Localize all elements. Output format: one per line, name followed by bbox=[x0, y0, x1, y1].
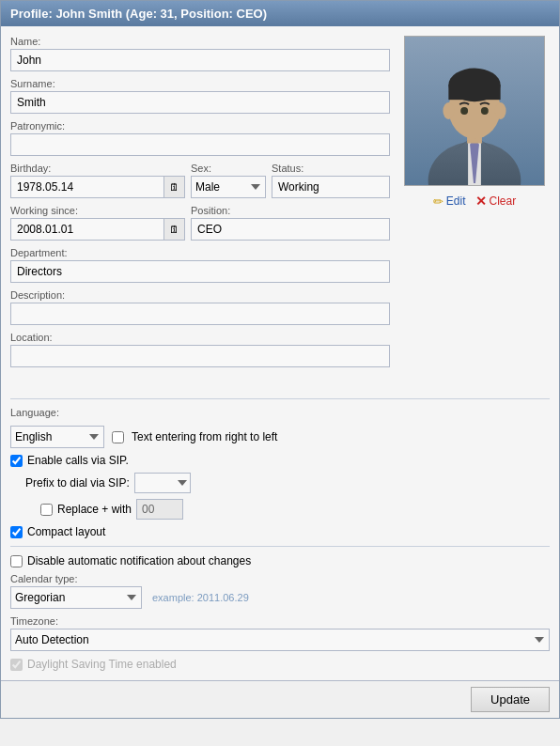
bottom-bar: Update bbox=[1, 680, 559, 718]
avatar bbox=[404, 36, 545, 186]
timezone-select[interactable]: Auto Detection bbox=[10, 629, 550, 651]
update-button[interactable]: Update bbox=[471, 687, 550, 712]
birthday-col: Birthday: 🗓 bbox=[10, 163, 185, 198]
position-input[interactable] bbox=[191, 218, 390, 241]
department-group: Department: bbox=[10, 247, 390, 283]
position-label: Position: bbox=[191, 205, 390, 216]
separator-1 bbox=[10, 398, 550, 399]
birthday-label: Birthday: bbox=[10, 163, 185, 174]
svg-rect-9 bbox=[448, 85, 500, 100]
window-title: Profile: John Smith (Age: 31, Position: … bbox=[10, 7, 267, 21]
profile-window: Profile: John Smith (Age: 31, Position: … bbox=[0, 0, 560, 719]
name-label: Name: bbox=[10, 36, 390, 47]
calendar-example: example: 2011.06.29 bbox=[152, 592, 249, 603]
status-label: Status: bbox=[272, 163, 390, 174]
surname-input[interactable] bbox=[10, 91, 390, 114]
compact-layout-label: Compact layout bbox=[27, 525, 105, 538]
disable-notification-row: Disable automatic notification about cha… bbox=[10, 554, 550, 567]
edit-button[interactable]: ✏ Edit bbox=[433, 194, 466, 209]
edit-label: Edit bbox=[446, 194, 466, 208]
sex-label: Sex: bbox=[191, 163, 266, 174]
timezone-group: Timezone: Auto Detection bbox=[10, 615, 550, 651]
title-bar: Profile: John Smith (Age: 31, Position: … bbox=[1, 1, 559, 26]
since-col: Working since: 🗓 bbox=[10, 205, 185, 241]
separator-2 bbox=[10, 546, 550, 547]
location-label: Location: bbox=[10, 332, 390, 343]
status-col: Status: bbox=[272, 163, 390, 198]
name-input[interactable] bbox=[10, 49, 390, 71]
svg-point-12 bbox=[460, 107, 468, 115]
sip-prefix-row: Prefix to dial via SIP: bbox=[10, 473, 550, 493]
avatar-section: ✏ Edit ✕ Clear bbox=[399, 36, 550, 374]
compact-layout-checkbox[interactable] bbox=[10, 526, 23, 538]
department-label: Department: bbox=[10, 247, 390, 258]
calendar-type-group: Calendar type: Gregorian example: 2011.0… bbox=[10, 573, 550, 609]
svg-point-11 bbox=[495, 102, 506, 119]
birthday-wrap: 🗓 bbox=[10, 176, 185, 198]
avatar-actions: ✏ Edit ✕ Clear bbox=[433, 194, 516, 209]
rtl-checkbox[interactable] bbox=[112, 431, 124, 443]
replace-plus-input[interactable] bbox=[136, 499, 183, 520]
daylight-saving-row: Daylight Saving Time enabled bbox=[10, 658, 550, 671]
disable-notification-label: Disable automatic notification about cha… bbox=[27, 554, 251, 567]
sip-prefix-label: Prefix to dial via SIP: bbox=[25, 476, 130, 490]
location-input[interactable] bbox=[10, 345, 390, 367]
patronymic-input[interactable] bbox=[10, 133, 390, 156]
svg-point-13 bbox=[481, 107, 489, 115]
avatar-svg bbox=[405, 36, 544, 186]
birthday-input[interactable] bbox=[10, 176, 164, 198]
since-calendar-button[interactable]: 🗓 bbox=[164, 218, 185, 241]
profile-top-section: Name: Surname: Patronymic: Birthday: 🗓 bbox=[1, 26, 559, 383]
timezone-label: Timezone: bbox=[10, 615, 550, 627]
rtl-label: Text entering from right to left bbox=[132, 430, 277, 443]
name-group: Name: bbox=[10, 36, 390, 71]
birthday-calendar-button[interactable]: 🗓 bbox=[164, 176, 185, 198]
replace-plus-checkbox[interactable] bbox=[40, 504, 53, 516]
timezone-wrap: Auto Detection bbox=[10, 629, 550, 651]
birthday-sex-status-row: Birthday: 🗓 Sex: Male Female Status: bbox=[10, 163, 390, 198]
since-wrap: 🗓 bbox=[10, 218, 185, 241]
working-since-label: Working since: bbox=[10, 205, 185, 216]
department-input[interactable] bbox=[10, 260, 390, 283]
position-col: Position: bbox=[191, 205, 390, 241]
daylight-saving-checkbox[interactable] bbox=[10, 659, 23, 671]
clear-button[interactable]: ✕ Clear bbox=[475, 194, 517, 209]
calendar-type-select[interactable]: Gregorian bbox=[10, 586, 142, 609]
description-label: Description: bbox=[10, 289, 390, 301]
description-input[interactable] bbox=[10, 303, 390, 325]
workingsince-position-row: Working since: 🗓 Position: bbox=[10, 205, 390, 241]
sip-enable-row: Enable calls via SIP. bbox=[10, 454, 550, 467]
surname-label: Surname: bbox=[10, 78, 390, 89]
status-input[interactable] bbox=[272, 176, 390, 198]
sip-prefix-select[interactable] bbox=[134, 473, 191, 493]
x-icon: ✕ bbox=[475, 194, 487, 209]
replace-plus-row: Replace + with bbox=[10, 499, 550, 520]
location-group: Location: bbox=[10, 332, 390, 367]
sip-enable-label: Enable calls via SIP. bbox=[27, 454, 129, 467]
language-row: Language: bbox=[10, 407, 550, 420]
working-since-input[interactable] bbox=[10, 218, 164, 241]
daylight-saving-label: Daylight Saving Time enabled bbox=[27, 658, 177, 671]
surname-group: Surname: bbox=[10, 78, 390, 114]
settings-section: Language: English Text entering from rig… bbox=[1, 383, 559, 680]
disable-notification-checkbox[interactable] bbox=[10, 555, 23, 567]
calendar-type-label: Calendar type: bbox=[10, 573, 550, 584]
language-select-row: English Text entering from right to left bbox=[10, 426, 550, 448]
patronymic-group: Patronymic: bbox=[10, 120, 390, 156]
language-select[interactable]: English bbox=[10, 426, 104, 448]
compact-layout-row: Compact layout bbox=[10, 525, 550, 538]
language-label: Language: bbox=[10, 407, 59, 418]
patronymic-label: Patronymic: bbox=[10, 120, 390, 132]
sex-select[interactable]: Male Female bbox=[191, 176, 266, 198]
sex-col: Sex: Male Female bbox=[191, 163, 266, 198]
description-group: Description: bbox=[10, 289, 390, 325]
sip-enable-checkbox[interactable] bbox=[10, 455, 23, 467]
clear-label: Clear bbox=[490, 194, 517, 208]
replace-plus-label: Replace + with bbox=[57, 503, 132, 516]
calendar-type-row: Gregorian example: 2011.06.29 bbox=[10, 586, 550, 609]
pencil-icon: ✏ bbox=[433, 194, 443, 209]
svg-point-10 bbox=[443, 102, 454, 119]
update-label: Update bbox=[490, 692, 530, 707]
profile-form: Name: Surname: Patronymic: Birthday: 🗓 bbox=[10, 36, 390, 374]
